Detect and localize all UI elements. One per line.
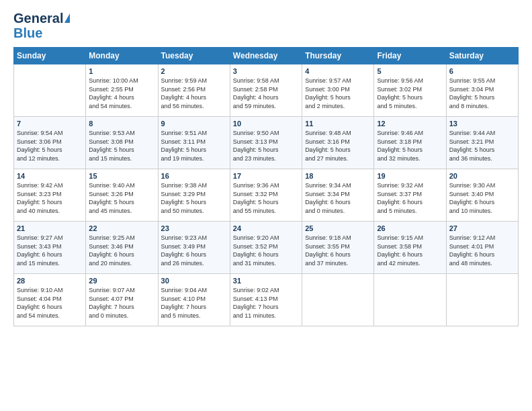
day-number: 31	[233, 277, 299, 285]
day-info: Sunrise: 9:48 AM Sunset: 3:16 PM Dayligh…	[305, 129, 371, 163]
day-info: Sunrise: 9:32 AM Sunset: 3:37 PM Dayligh…	[377, 181, 443, 215]
calendar-day-cell: 11Sunrise: 9:48 AM Sunset: 3:16 PM Dayli…	[302, 117, 374, 169]
day-info: Sunrise: 9:59 AM Sunset: 2:56 PM Dayligh…	[161, 77, 227, 110]
weekday-header: Saturday	[446, 48, 518, 64]
day-info: Sunrise: 9:23 AM Sunset: 3:49 PM Dayligh…	[161, 234, 227, 267]
day-number: 9	[161, 120, 227, 128]
day-number: 24	[233, 224, 299, 232]
calendar-week-row: 28Sunrise: 9:10 AM Sunset: 4:04 PM Dayli…	[14, 274, 519, 326]
day-info: Sunrise: 9:46 AM Sunset: 3:18 PM Dayligh…	[377, 129, 443, 163]
day-info: Sunrise: 9:54 AM Sunset: 3:06 PM Dayligh…	[17, 129, 83, 163]
weekday-header: Wednesday	[230, 48, 302, 64]
day-number: 13	[449, 120, 515, 128]
calendar-day-cell: 10Sunrise: 9:50 AM Sunset: 3:13 PM Dayli…	[230, 117, 302, 169]
header-row: SundayMondayTuesdayWednesdayThursdayFrid…	[14, 48, 519, 64]
calendar-day-cell: 3Sunrise: 9:58 AM Sunset: 2:58 PM Daylig…	[230, 64, 302, 117]
day-info: Sunrise: 9:50 AM Sunset: 3:13 PM Dayligh…	[233, 129, 299, 163]
day-number: 29	[89, 277, 154, 285]
calendar-week-row: 7Sunrise: 9:54 AM Sunset: 3:06 PM Daylig…	[14, 117, 519, 169]
weekday-header: Thursday	[302, 48, 374, 64]
calendar-day-cell: 20Sunrise: 9:30 AM Sunset: 3:40 PM Dayli…	[446, 169, 518, 222]
calendar-day-cell: 25Sunrise: 9:18 AM Sunset: 3:55 PM Dayli…	[302, 222, 374, 274]
day-number: 19	[377, 172, 443, 180]
day-info: Sunrise: 9:02 AM Sunset: 4:13 PM Dayligh…	[233, 286, 299, 320]
day-number: 22	[89, 224, 154, 232]
day-info: Sunrise: 9:53 AM Sunset: 3:08 PM Dayligh…	[89, 129, 154, 163]
calendar-day-cell: 2Sunrise: 9:59 AM Sunset: 2:56 PM Daylig…	[158, 64, 230, 117]
weekday-header: Monday	[86, 48, 158, 64]
calendar-day-cell: 30Sunrise: 9:04 AM Sunset: 4:10 PM Dayli…	[158, 274, 230, 326]
day-number: 30	[161, 277, 227, 285]
calendar-day-cell: 9Sunrise: 9:51 AM Sunset: 3:11 PM Daylig…	[158, 117, 230, 169]
day-number: 17	[233, 172, 299, 180]
day-info: Sunrise: 9:07 AM Sunset: 4:07 PM Dayligh…	[89, 286, 154, 320]
calendar-day-cell: 12Sunrise: 9:46 AM Sunset: 3:18 PM Dayli…	[374, 117, 446, 169]
calendar-day-cell	[302, 274, 374, 326]
calendar-day-cell: 29Sunrise: 9:07 AM Sunset: 4:07 PM Dayli…	[86, 274, 158, 326]
day-info: Sunrise: 9:58 AM Sunset: 2:58 PM Dayligh…	[233, 77, 299, 110]
day-info: Sunrise: 9:56 AM Sunset: 3:02 PM Dayligh…	[377, 77, 443, 110]
day-number: 5	[377, 67, 443, 75]
calendar-day-cell: 1Sunrise: 10:00 AM Sunset: 2:55 PM Dayli…	[86, 64, 158, 117]
calendar-table: SundayMondayTuesdayWednesdayThursdayFrid…	[13, 47, 519, 326]
day-info: Sunrise: 9:57 AM Sunset: 3:00 PM Dayligh…	[305, 77, 371, 110]
calendar-day-cell: 5Sunrise: 9:56 AM Sunset: 3:02 PM Daylig…	[374, 64, 446, 117]
day-number: 11	[305, 120, 371, 128]
day-info: Sunrise: 9:10 AM Sunset: 4:04 PM Dayligh…	[17, 286, 83, 320]
logo: General Blue	[13, 11, 70, 40]
logo-triangle-icon	[64, 13, 70, 23]
calendar-day-cell: 28Sunrise: 9:10 AM Sunset: 4:04 PM Dayli…	[14, 274, 86, 326]
weekday-header: Friday	[374, 48, 446, 64]
day-number: 3	[233, 67, 299, 75]
day-info: Sunrise: 9:55 AM Sunset: 3:04 PM Dayligh…	[449, 77, 515, 110]
day-number: 27	[449, 224, 515, 232]
day-info: Sunrise: 9:27 AM Sunset: 3:43 PM Dayligh…	[17, 234, 83, 267]
day-number: 23	[161, 224, 227, 232]
day-number: 15	[89, 172, 154, 180]
calendar-day-cell: 27Sunrise: 9:12 AM Sunset: 4:01 PM Dayli…	[446, 222, 518, 274]
calendar-day-cell: 15Sunrise: 9:40 AM Sunset: 3:26 PM Dayli…	[86, 169, 158, 222]
day-number: 16	[161, 172, 227, 180]
calendar-day-cell: 4Sunrise: 9:57 AM Sunset: 3:00 PM Daylig…	[302, 64, 374, 117]
calendar-header: SundayMondayTuesdayWednesdayThursdayFrid…	[14, 48, 519, 64]
day-number: 14	[17, 172, 83, 180]
calendar-day-cell: 14Sunrise: 9:42 AM Sunset: 3:23 PM Dayli…	[14, 169, 86, 222]
day-info: Sunrise: 9:25 AM Sunset: 3:46 PM Dayligh…	[89, 234, 154, 267]
day-number: 7	[17, 120, 83, 128]
day-number: 6	[449, 67, 515, 75]
calendar-day-cell: 23Sunrise: 9:23 AM Sunset: 3:49 PM Dayli…	[158, 222, 230, 274]
day-info: Sunrise: 9:20 AM Sunset: 3:52 PM Dayligh…	[233, 234, 299, 267]
calendar-day-cell	[374, 274, 446, 326]
calendar-week-row: 14Sunrise: 9:42 AM Sunset: 3:23 PM Dayli…	[14, 169, 519, 222]
calendar-day-cell: 31Sunrise: 9:02 AM Sunset: 4:13 PM Dayli…	[230, 274, 302, 326]
day-number: 2	[161, 67, 227, 75]
calendar-day-cell: 18Sunrise: 9:34 AM Sunset: 3:34 PM Dayli…	[302, 169, 374, 222]
day-number: 4	[305, 67, 371, 75]
header: General Blue	[13, 11, 519, 40]
day-info: Sunrise: 9:30 AM Sunset: 3:40 PM Dayligh…	[449, 181, 515, 215]
day-info: Sunrise: 9:34 AM Sunset: 3:34 PM Dayligh…	[305, 181, 371, 215]
day-info: Sunrise: 9:18 AM Sunset: 3:55 PM Dayligh…	[305, 234, 371, 267]
weekday-header: Tuesday	[158, 48, 230, 64]
calendar-day-cell: 22Sunrise: 9:25 AM Sunset: 3:46 PM Dayli…	[86, 222, 158, 274]
day-number: 1	[89, 67, 154, 75]
calendar-day-cell: 7Sunrise: 9:54 AM Sunset: 3:06 PM Daylig…	[14, 117, 86, 169]
calendar-week-row: 1Sunrise: 10:00 AM Sunset: 2:55 PM Dayli…	[14, 64, 519, 117]
weekday-header: Sunday	[14, 48, 86, 64]
day-number: 28	[17, 277, 83, 285]
calendar-day-cell: 6Sunrise: 9:55 AM Sunset: 3:04 PM Daylig…	[446, 64, 518, 117]
day-info: Sunrise: 9:40 AM Sunset: 3:26 PM Dayligh…	[89, 181, 154, 215]
calendar-day-cell: 13Sunrise: 9:44 AM Sunset: 3:21 PM Dayli…	[446, 117, 518, 169]
day-number: 18	[305, 172, 371, 180]
day-info: Sunrise: 9:12 AM Sunset: 4:01 PM Dayligh…	[449, 234, 515, 267]
day-info: Sunrise: 9:42 AM Sunset: 3:23 PM Dayligh…	[17, 181, 83, 215]
day-info: Sunrise: 9:36 AM Sunset: 3:32 PM Dayligh…	[233, 181, 299, 215]
day-info: Sunrise: 10:00 AM Sunset: 2:55 PM Daylig…	[89, 77, 154, 110]
calendar-day-cell: 24Sunrise: 9:20 AM Sunset: 3:52 PM Dayli…	[230, 222, 302, 274]
calendar-day-cell: 17Sunrise: 9:36 AM Sunset: 3:32 PM Dayli…	[230, 169, 302, 222]
day-info: Sunrise: 9:51 AM Sunset: 3:11 PM Dayligh…	[161, 129, 227, 163]
logo-general: General	[13, 11, 63, 26]
day-info: Sunrise: 9:38 AM Sunset: 3:29 PM Dayligh…	[161, 181, 227, 215]
day-info: Sunrise: 9:04 AM Sunset: 4:10 PM Dayligh…	[161, 286, 227, 320]
calendar-page: General Blue SundayMondayTuesdayWednesda…	[0, 0, 532, 411]
